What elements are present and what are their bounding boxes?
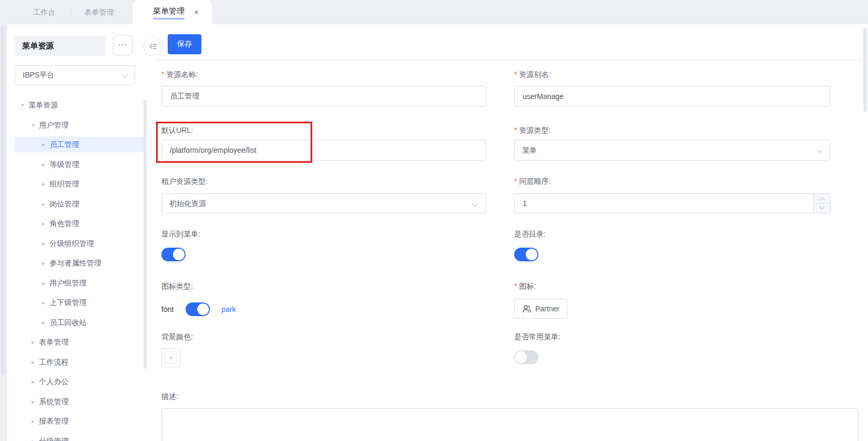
tree-item-label: 参与者属性管理 <box>50 255 101 271</box>
required-asterisk: * <box>514 70 517 79</box>
chevron-down-icon <box>122 72 128 77</box>
is-directory-label: 是否目录: <box>514 230 546 240</box>
tree-item[interactable]: ▾菜单资源 <box>15 97 143 113</box>
chevron-down-icon <box>816 147 822 153</box>
caret-right-icon[interactable]: ▸ <box>32 374 39 389</box>
caret-down-icon[interactable]: ▾ <box>32 117 39 133</box>
icon-picker-button[interactable]: Partner <box>514 299 567 319</box>
active-tab-label: 菜单管理 <box>153 6 185 19</box>
tree-item[interactable]: ▸上下级管理 <box>15 295 143 310</box>
switch-knob <box>173 249 185 260</box>
save-button[interactable]: 保存 <box>168 34 201 54</box>
caret-right-icon[interactable]: ▸ <box>32 433 39 441</box>
show-in-menu-switch[interactable] <box>161 248 186 261</box>
more-button[interactable]: ··· <box>113 35 133 55</box>
platform-select[interactable]: IBPS平台 <box>15 65 135 85</box>
tree-item[interactable]: ▸表单管理 <box>15 334 143 350</box>
tree-item[interactable]: ▾用户管理 <box>15 117 143 133</box>
caret-right-icon[interactable]: ▸ <box>42 315 50 330</box>
default-url-input[interactable] <box>161 140 486 161</box>
caret-right-icon[interactable]: ▸ <box>32 394 39 409</box>
tree-item[interactable]: ▸系统管理 <box>15 394 143 409</box>
caret-right-icon[interactable]: ▸ <box>42 176 50 192</box>
caret-right-icon[interactable]: ▸ <box>42 295 50 310</box>
required-asterisk: * <box>161 70 164 79</box>
tree-item[interactable]: ▸工作流程 <box>15 354 143 370</box>
tree-item[interactable]: ▸角色管理 <box>15 215 143 231</box>
menu-management-page: 工作台 表单管理 菜单管理 × 菜单资源 ··· IBPS平台 ▾菜单资源▾用户… <box>0 0 868 441</box>
is-common-menu-switch[interactable] <box>514 350 538 364</box>
caret-right-icon[interactable]: ▸ <box>42 215 50 231</box>
tree-item-label: 员工管理 <box>50 136 79 152</box>
tree-item[interactable]: ▸个人办公 <box>15 374 143 389</box>
caret-right-icon[interactable]: ▸ <box>32 334 39 350</box>
color-picker-empty-swatch: × <box>165 351 177 364</box>
toolbar-divider <box>156 60 868 60</box>
tab-menu-management[interactable]: 菜单管理 × <box>133 0 212 24</box>
tree-item[interactable]: ▸员工管理 <box>15 136 143 152</box>
icon-picker-value: Partner <box>535 305 560 313</box>
tree-item[interactable]: ▸等级管理 <box>15 156 143 172</box>
chevron-up-icon <box>819 197 825 203</box>
resource-tree: ▾菜单资源▾用户管理▸员工管理▸等级管理▸组织管理▸岗位管理▸角色管理▸分级组织… <box>15 97 143 441</box>
tab-divider <box>71 8 71 16</box>
tree-item-label: 等级管理 <box>50 156 79 172</box>
stepper-up-button[interactable] <box>814 194 830 203</box>
tree-item[interactable]: ▸参与者属性管理 <box>15 255 143 271</box>
switch-knob <box>515 351 527 363</box>
tree-item-label: 工作流程 <box>39 354 69 370</box>
tab-workbench[interactable]: 工作台 <box>33 0 55 24</box>
resource-type-select[interactable]: 菜单 <box>514 140 831 161</box>
caret-right-icon[interactable]: ▸ <box>32 413 39 429</box>
required-asterisk: * <box>514 126 517 134</box>
page-scrollbar-left[interactable] <box>1 25 5 375</box>
tree-scrollbar[interactable] <box>143 100 147 369</box>
tree-item-label: 分级管理 <box>39 433 69 441</box>
caret-right-icon[interactable]: ▸ <box>42 236 50 251</box>
resource-name-input[interactable] <box>161 86 486 107</box>
caret-right-icon[interactable]: ▸ <box>42 196 50 212</box>
resource-type-label: *资源类型: <box>514 126 551 136</box>
caret-right-icon[interactable]: ▸ <box>42 136 50 152</box>
page-scrollbar-right[interactable] <box>863 27 867 112</box>
icon-type-switch[interactable] <box>186 302 210 316</box>
tree-item[interactable]: ▸组织管理 <box>15 176 143 192</box>
tree-item[interactable]: ▸员工回收站 <box>15 315 143 330</box>
caret-right-icon[interactable]: ▸ <box>42 275 50 291</box>
caret-right-icon[interactable]: ▸ <box>42 255 50 271</box>
caret-right-icon[interactable]: ▸ <box>42 156 50 172</box>
is-directory-switch[interactable] <box>514 248 538 261</box>
caret-down-icon[interactable]: ▾ <box>21 97 28 113</box>
required-asterisk: * <box>514 177 517 185</box>
tree-item-label: 表单管理 <box>39 334 69 350</box>
tree-item[interactable]: ▸岗位管理 <box>15 196 143 212</box>
color-picker-button[interactable]: × <box>161 348 180 367</box>
stepper-down-button[interactable] <box>814 203 830 213</box>
tree-item-label: 用户管理 <box>39 117 69 133</box>
description-label: 描述: <box>161 392 178 403</box>
collapse-panel-button[interactable] <box>143 37 162 56</box>
icon-type-park-option[interactable]: park <box>221 302 236 316</box>
platform-select-value: IBPS平台 <box>23 71 54 80</box>
caret-right-icon[interactable]: ▸ <box>32 354 39 370</box>
close-icon[interactable]: × <box>194 7 199 17</box>
resource-alias-input[interactable] <box>514 86 831 107</box>
top-tab-bar: 工作台 表单管理 菜单管理 × <box>0 0 868 24</box>
tree-item-label: 角色管理 <box>50 215 79 231</box>
sibling-order-input[interactable] <box>515 194 813 213</box>
tree-item-label: 上下级管理 <box>50 295 86 310</box>
tab-form-management[interactable]: 表单管理 <box>84 0 114 24</box>
description-textarea[interactable] <box>161 408 859 441</box>
stepper-controls <box>813 194 830 213</box>
show-in-menu-label: 显示到菜单: <box>161 230 200 240</box>
default-url-label: 默认URL: <box>161 126 193 136</box>
tree-item[interactable]: ▸用户组管理 <box>15 275 143 291</box>
tenant-resource-type-label: 租户资源类型: <box>161 177 208 188</box>
sidebar-title: 菜单资源 <box>15 36 105 56</box>
tenant-resource-type-select[interactable]: 初始化资源 <box>161 193 486 213</box>
tree-item[interactable]: ▸分级组织管理 <box>15 236 143 251</box>
tree-item[interactable]: ▸分级管理 <box>15 433 143 441</box>
tree-item-label: 用户组管理 <box>50 275 86 291</box>
tree-item[interactable]: ▸报表管理 <box>15 413 143 429</box>
icon-type-label: 图标类型: <box>161 282 193 292</box>
